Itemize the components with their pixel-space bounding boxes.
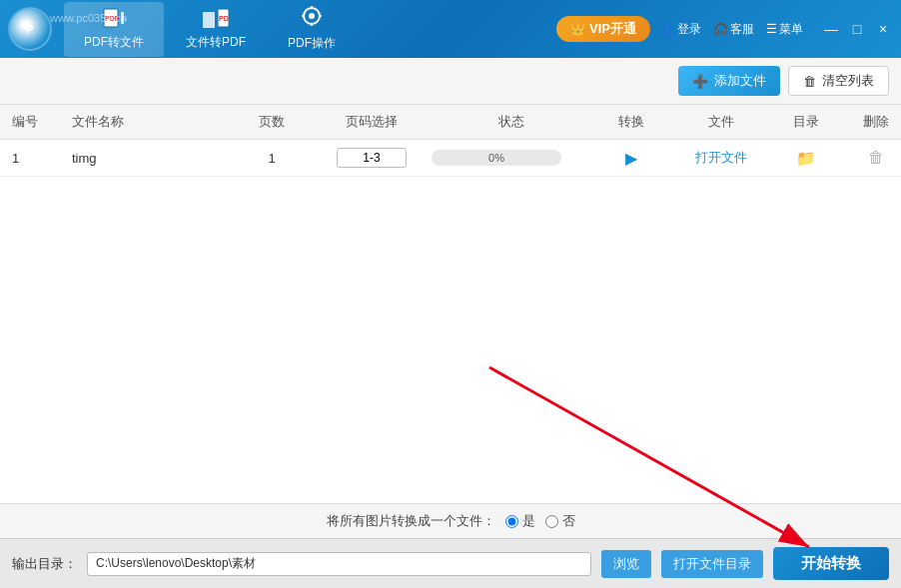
file-table: 编号 文件名称 页数 页码选择 状态 转换 文件 目录 删除 1 timg 1 …	[0, 105, 901, 503]
customer-link[interactable]: 🎧 客服	[713, 21, 754, 38]
open-file-link[interactable]: 打开文件	[695, 150, 747, 165]
user-icon: 👤	[660, 22, 675, 36]
toolbar: ➕ 添加文件 🗑 清空列表	[0, 58, 901, 105]
app-logo: P	[8, 7, 52, 51]
col-dir: 目录	[771, 113, 841, 131]
col-file: 文件	[671, 113, 771, 131]
merge-no-radio[interactable]	[545, 515, 558, 528]
window-controls: — □ ×	[821, 21, 893, 37]
pdf-to-file-icon: PDF →	[102, 8, 126, 34]
nav-item-pdf-ops[interactable]: PDF操作	[268, 0, 356, 58]
titlebar-right: VIP开通 👤 登录 🎧 客服 ☰ 菜单 — □ ×	[556, 16, 893, 42]
row-convert-btn[interactable]: ▶	[591, 149, 671, 168]
nav-item-file-to-pdf[interactable]: → PDF 文件转PDF	[166, 2, 266, 57]
merge-yes-label[interactable]: 是	[505, 512, 535, 530]
clear-icon: 🗑	[803, 74, 816, 89]
clear-list-button[interactable]: 🗑 清空列表	[788, 66, 889, 96]
row-filename: timg	[72, 151, 232, 166]
svg-rect-3	[121, 12, 124, 24]
progress-bar: 0%	[432, 150, 561, 166]
close-button[interactable]: ×	[873, 21, 893, 37]
play-icon[interactable]: ▶	[625, 150, 637, 167]
row-progress-cell: 0%	[432, 150, 591, 166]
headset-icon: 🎧	[713, 22, 728, 36]
merge-no-label[interactable]: 否	[545, 512, 575, 530]
table-row: 1 timg 1 0% ▶ 打开文件 📁 🗑	[0, 140, 901, 177]
add-file-icon: ➕	[692, 74, 708, 89]
browse-button[interactable]: 浏览	[601, 550, 651, 578]
svg-text:PDF: PDF	[105, 15, 120, 22]
progress-text: 0%	[432, 150, 561, 166]
add-file-button[interactable]: ➕ 添加文件	[678, 66, 780, 96]
row-dir[interactable]: 📁	[771, 149, 841, 168]
col-index: 编号	[12, 113, 72, 131]
svg-rect-4	[203, 12, 215, 28]
menu-icon: ☰	[766, 22, 777, 36]
nav-label-pdf-ops: PDF操作	[288, 35, 336, 52]
row-index: 1	[12, 151, 72, 166]
nav-label-file-to-pdf: 文件转PDF	[186, 34, 246, 51]
col-pages: 页数	[232, 113, 312, 131]
pdf-ops-icon	[298, 6, 326, 35]
main-content: ➕ 添加文件 🗑 清空列表 编号 文件名称 页数 页码选择 状态 转换 文件 目…	[0, 58, 901, 588]
svg-text:PDF: PDF	[219, 15, 230, 22]
minimize-button[interactable]: —	[821, 21, 841, 37]
file-to-pdf-icon: → PDF	[202, 8, 230, 34]
output-label: 输出目录：	[12, 555, 77, 573]
merge-no-text: 否	[562, 512, 575, 530]
col-convert: 转换	[591, 113, 671, 131]
start-convert-button[interactable]: 开始转换	[773, 547, 889, 580]
row-pages: 1	[232, 151, 312, 166]
table-header: 编号 文件名称 页数 页码选择 状态 转换 文件 目录 删除	[0, 105, 901, 140]
col-page-range: 页码选择	[312, 113, 432, 131]
row-page-range-cell[interactable]	[312, 148, 432, 168]
open-dir-button[interactable]: 打开文件目录	[661, 550, 763, 578]
vip-button[interactable]: VIP开通	[556, 16, 650, 42]
merge-yes-text: 是	[522, 512, 535, 530]
titlebar: P www.pc0359.cn PDF → PDF转文件 →	[0, 0, 901, 58]
col-filename: 文件名称	[72, 113, 232, 131]
title-actions: 👤 登录 🎧 客服 ☰ 菜单	[660, 21, 803, 38]
output-row: 输出目录： 浏览 打开文件目录 开始转换	[0, 538, 901, 588]
login-link[interactable]: 👤 登录	[660, 21, 701, 38]
nav-items: PDF → PDF转文件 → PDF 文件转PDF	[64, 0, 356, 58]
row-open-file[interactable]: 打开文件	[671, 149, 771, 167]
menu-link[interactable]: ☰ 菜单	[766, 21, 803, 38]
nav-item-pdf-to-file[interactable]: PDF → PDF转文件	[64, 2, 164, 57]
svg-point-9	[309, 13, 315, 19]
col-status: 状态	[432, 113, 591, 131]
folder-icon[interactable]: 📁	[796, 150, 816, 167]
delete-icon[interactable]: 🗑	[868, 149, 884, 166]
maximize-button[interactable]: □	[847, 21, 867, 37]
row-delete[interactable]: 🗑	[841, 149, 901, 167]
page-range-input[interactable]	[337, 148, 407, 168]
merge-options: 将所有图片转换成一个文件： 是 否	[0, 503, 901, 538]
merge-label: 将所有图片转换成一个文件：	[327, 512, 495, 530]
nav-label-pdf-to-file: PDF转文件	[84, 34, 144, 51]
col-delete: 删除	[841, 113, 901, 131]
output-path-input[interactable]	[87, 552, 591, 576]
merge-yes-radio[interactable]	[505, 515, 518, 528]
